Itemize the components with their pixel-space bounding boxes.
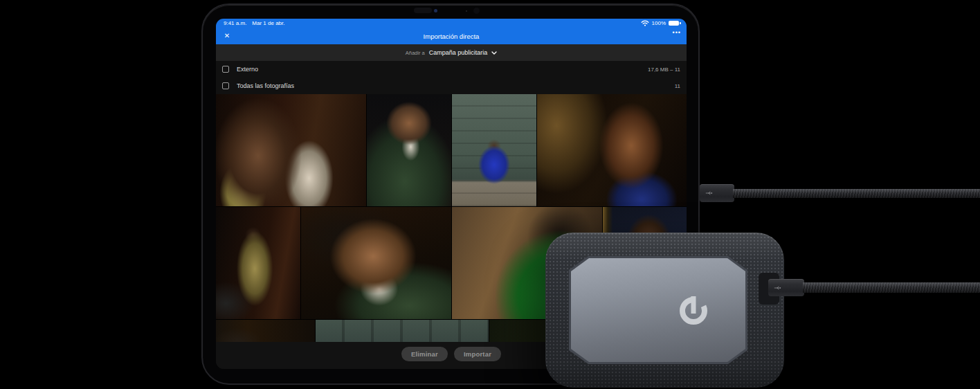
photo-thumbnail[interactable] — [301, 207, 451, 319]
g-drive-logo-icon — [677, 294, 710, 327]
photo-thumbnail[interactable] — [537, 94, 687, 206]
usb-connector — [768, 279, 804, 296]
title-bar: ✕ Importación directa ••• — [216, 28, 687, 44]
import-button[interactable]: Importar — [454, 347, 501, 361]
add-to-label: Añadir a — [406, 50, 425, 56]
close-button[interactable]: ✕ — [221, 30, 233, 41]
checkbox-externo[interactable] — [222, 66, 229, 73]
photo-thumbnail[interactable] — [216, 207, 300, 319]
source-row-externo[interactable]: Externo 17,6 MB – 11 — [216, 61, 687, 78]
usb-logo-icon — [774, 285, 781, 291]
status-bar: 9:41 a.m. Mar 1 de abr. 100% — [216, 19, 687, 28]
source-row-todas[interactable]: Todas las fotografías 11 — [216, 78, 687, 94]
photo-thumbnail[interactable] — [367, 94, 451, 206]
page-title: Importación directa — [216, 33, 687, 40]
photo-thumbnail[interactable] — [452, 94, 536, 206]
source-label: Todas las fotografías — [237, 82, 294, 89]
scene: 9:41 a.m. Mar 1 de abr. 100% ✕ Importaci… — [0, 0, 980, 389]
front-camera-pill-icon — [414, 8, 432, 13]
photo-thumbnail[interactable] — [216, 94, 366, 206]
wifi-icon — [641, 20, 649, 26]
front-camera-lens-icon — [434, 9, 437, 12]
checkbox-todas[interactable] — [222, 82, 229, 89]
source-count: 17,6 MB – 11 — [648, 66, 680, 73]
photo-thumbnail[interactable] — [316, 320, 489, 342]
g-drive-ssd — [545, 233, 784, 388]
collection-selector[interactable]: Campaña publicitaria — [429, 49, 488, 56]
sensor-ring-icon — [473, 8, 480, 14]
source-count: 11 — [675, 83, 680, 89]
usb-cable — [733, 189, 980, 198]
date-label: Mar 1 de abr. — [252, 20, 284, 26]
delete-button[interactable]: Eliminar — [401, 347, 448, 361]
source-label: Externo — [237, 66, 258, 73]
usb-logo-icon — [705, 190, 713, 196]
photo-thumbnail[interactable] — [216, 320, 315, 342]
battery-icon — [669, 21, 679, 26]
add-to-bar: Añadir a Campaña publicitaria — [216, 44, 687, 61]
battery-percent-label: 100% — [652, 20, 666, 26]
chevron-down-icon[interactable] — [491, 51, 497, 55]
usb-connector — [700, 184, 734, 202]
usb-cable — [803, 282, 980, 293]
sensor-dot-icon — [466, 10, 467, 12]
time-label: 9:41 a.m. — [224, 20, 246, 26]
drive-plate — [569, 256, 747, 364]
more-options-button[interactable]: ••• — [673, 29, 681, 36]
